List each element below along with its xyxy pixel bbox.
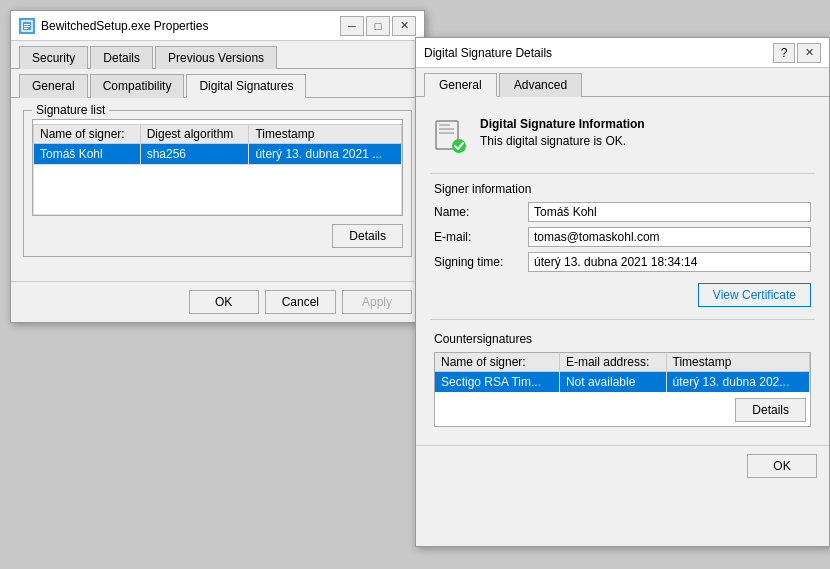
name-value: Tomáš Kohl: [528, 202, 811, 222]
svg-rect-2: [24, 26, 30, 27]
counter-col-name: Name of signer:: [435, 353, 559, 372]
sig-window-title: Digital Signature Details: [424, 46, 767, 60]
properties-window: BewitchedSetup.exe Properties ─ □ ✕ Secu…: [10, 10, 425, 323]
svg-rect-3: [24, 28, 28, 29]
sig-close-button[interactable]: ✕: [797, 43, 821, 63]
col-digest: Digest algorithm: [140, 125, 249, 144]
tab-compatibility[interactable]: Compatibility: [90, 74, 185, 98]
svg-rect-1: [24, 24, 30, 25]
signature-list-title: Signature list: [32, 103, 109, 117]
sig-status-icon: [430, 117, 470, 157]
sig-title-bar: Digital Signature Details ? ✕: [416, 38, 829, 68]
counter-table-row[interactable]: Sectigo RSA Tim... Not available úterý 1…: [435, 372, 810, 393]
sig-info-status: This digital signature is OK.: [480, 134, 815, 148]
properties-title: BewitchedSetup.exe Properties: [41, 19, 334, 33]
sig-info-text: Digital Signature Information This digit…: [480, 117, 815, 148]
col-name: Name of signer:: [34, 125, 141, 144]
props-bottom-buttons: OK Cancel Apply: [11, 281, 424, 322]
field-row-name: Name: Tomáš Kohl: [434, 202, 811, 222]
sig-info-title: Digital Signature Information: [480, 117, 815, 131]
tabs-row-1: Security Details Previous Versions: [11, 41, 424, 69]
sig-tabs: General Advanced: [416, 68, 829, 97]
countersignatures-box: Name of signer: E-mail address: Timestam…: [434, 352, 811, 427]
signature-list-container: Name of signer: Digest algorithm Timesta…: [32, 119, 403, 216]
ok-button[interactable]: OK: [189, 290, 259, 314]
view-certificate-button[interactable]: View Certificate: [698, 283, 811, 307]
close-button[interactable]: ✕: [392, 16, 416, 36]
separator-1: [430, 173, 815, 174]
countersignatures-section: Countersignatures Name of signer: E-mail…: [430, 328, 815, 431]
email-value: tomas@tomaskohl.com: [528, 227, 811, 247]
help-button[interactable]: ?: [773, 43, 795, 63]
counter-row-timestamp: úterý 13. dubna 202...: [666, 372, 810, 393]
sig-tab-general[interactable]: General: [424, 73, 497, 97]
field-row-signing-time: Signing time: úterý 13. dubna 2021 18:34…: [434, 252, 811, 272]
table-row[interactable]: Tomáš Kohl sha256 úterý 13. dubna 2021 .…: [34, 144, 402, 165]
row-name: Tomáš Kohl: [34, 144, 141, 165]
field-row-email: E-mail: tomas@tomaskohl.com: [434, 227, 811, 247]
view-cert-row: View Certificate: [434, 277, 811, 313]
countersignatures-title: Countersignatures: [434, 332, 811, 346]
signature-list-group: Signature list Name of signer: Digest al…: [23, 110, 412, 257]
row-timestamp: úterý 13. dubna 2021 ...: [249, 144, 402, 165]
counter-details-button[interactable]: Details: [735, 398, 806, 422]
name-label: Name:: [434, 205, 524, 219]
signing-time-value: úterý 13. dubna 2021 18:34:14: [528, 252, 811, 272]
sig-tab-advanced[interactable]: Advanced: [499, 73, 582, 97]
col-timestamp: Timestamp: [249, 125, 402, 144]
sig-info-box: Digital Signature Information This digit…: [430, 107, 815, 167]
maximize-button[interactable]: □: [366, 16, 390, 36]
signature-details-window: Digital Signature Details ? ✕ General Ad…: [415, 37, 830, 547]
counter-details-btn-row: Details: [435, 392, 810, 426]
tab-details[interactable]: Details: [90, 46, 153, 69]
sig-bottom-buttons: OK: [416, 445, 829, 486]
properties-title-bar: BewitchedSetup.exe Properties ─ □ ✕: [11, 11, 424, 41]
counter-col-email: E-mail address:: [559, 353, 666, 372]
separator-2: [430, 319, 815, 320]
properties-window-icon: [19, 18, 35, 34]
tab-digital-signatures[interactable]: Digital Signatures: [186, 74, 306, 98]
email-label: E-mail:: [434, 230, 524, 244]
props-content: Signature list Name of signer: Digest al…: [11, 98, 424, 277]
tab-general[interactable]: General: [19, 74, 88, 98]
countersignatures-table: Name of signer: E-mail address: Timestam…: [435, 353, 810, 392]
counter-row-email: Not available: [559, 372, 666, 393]
properties-window-controls: ─ □ ✕: [340, 16, 416, 36]
signer-section-title: Signer information: [434, 182, 811, 196]
apply-button[interactable]: Apply: [342, 290, 412, 314]
tabs-row-2: General Compatibility Digital Signatures: [11, 69, 424, 98]
signature-table: Name of signer: Digest algorithm Timesta…: [33, 124, 402, 215]
counter-row-name: Sectigo RSA Tim...: [435, 372, 559, 393]
signing-time-label: Signing time:: [434, 255, 524, 269]
sig-window-controls: ? ✕: [773, 43, 821, 63]
tab-security[interactable]: Security: [19, 46, 88, 69]
details-btn-row: Details: [32, 224, 403, 248]
signer-section: Signer information Name: Tomáš Kohl E-ma…: [430, 182, 815, 313]
counter-col-timestamp: Timestamp: [666, 353, 810, 372]
sig-ok-button[interactable]: OK: [747, 454, 817, 478]
signature-details-button[interactable]: Details: [332, 224, 403, 248]
minimize-button[interactable]: ─: [340, 16, 364, 36]
sig-content: Digital Signature Information This digit…: [416, 97, 829, 441]
cancel-button[interactable]: Cancel: [265, 290, 336, 314]
tab-previous-versions[interactable]: Previous Versions: [155, 46, 277, 69]
row-digest: sha256: [140, 144, 249, 165]
